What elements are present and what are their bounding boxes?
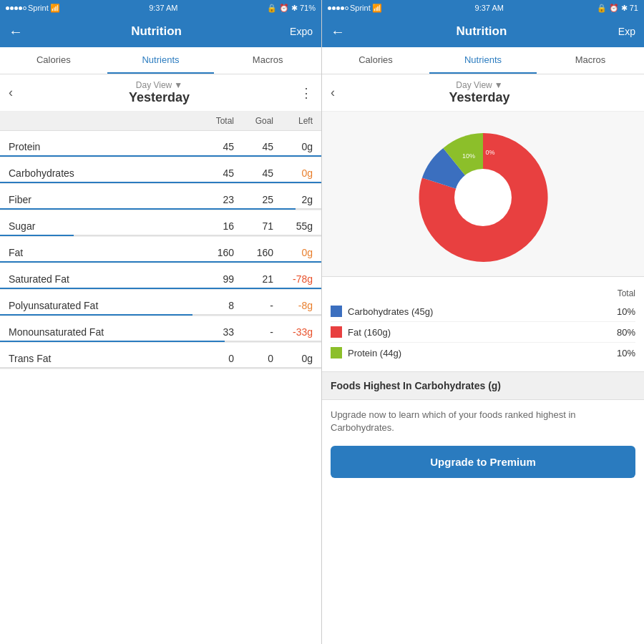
- battery-label: 71%: [300, 4, 316, 12]
- rdot3: [336, 6, 340, 10]
- left-tab-macros[interactable]: Macros: [214, 47, 321, 74]
- dot5: [23, 6, 26, 10]
- row-left-1: 0g: [273, 167, 313, 179]
- right-signal-dots: [328, 6, 348, 10]
- row-label-8: Trans Fat: [9, 353, 195, 364]
- row-goal-6: -: [234, 300, 273, 311]
- right-tab-macros[interactable]: Macros: [537, 47, 644, 74]
- progress-bar-container-5: [0, 288, 321, 289]
- row-label-1: Carbohydrates: [9, 167, 195, 179]
- fat-pct-label: 80%: [485, 204, 502, 214]
- alarm-icon: ⏰: [279, 4, 289, 13]
- right-tab-nutrients[interactable]: Nutrients: [429, 47, 537, 74]
- left-dots-menu[interactable]: ⋮: [300, 85, 313, 101]
- row-goal-0: 45: [234, 141, 273, 152]
- rdot1: [328, 6, 331, 10]
- left-tab-nutrients[interactable]: Nutrients: [107, 47, 215, 74]
- foods-title: Foods Highest In Carbohydrates (g): [331, 380, 501, 391]
- legend-section: Total Carbohydrates (45g) 10% Fat (160g)…: [322, 277, 644, 372]
- right-chevron-left[interactable]: ‹: [331, 85, 335, 100]
- legend-row-fat: Fat (160g) 80%: [331, 322, 635, 343]
- legend-row-protein: Protein (44g) 10%: [331, 343, 635, 363]
- right-export-button[interactable]: Exp: [618, 26, 635, 37]
- right-screen: Sprint 📶 9:37 AM 🔒 ⏰ ✱ 71 ← Nutrition Ex…: [322, 0, 644, 644]
- left-table-rows: Protein 45 45 0g Carbohydrates 45 45 0g …: [0, 131, 321, 369]
- row-left-6: -8g: [273, 300, 313, 311]
- right-tab-calories[interactable]: Calories: [322, 47, 429, 74]
- progress-bar-5: [0, 288, 321, 289]
- pie-chart-section: 10% 0% 80%: [322, 112, 644, 277]
- row-label-5: Saturated Fat: [9, 273, 195, 285]
- row-label-2: Fiber: [9, 194, 195, 205]
- row-total-6: 8: [195, 300, 234, 311]
- signal-dots: [6, 6, 26, 10]
- row-total-0: 45: [195, 141, 234, 152]
- row-total-3: 16: [195, 220, 234, 232]
- row-left-5: -78g: [273, 273, 313, 285]
- right-alarm-icon: ⏰: [609, 4, 619, 13]
- dropdown-icon: ▼: [174, 80, 182, 90]
- dot4: [19, 6, 22, 10]
- right-lock-icon: 🔒: [597, 4, 607, 13]
- wifi-icon: 📶: [50, 4, 60, 13]
- table-row: Trans Fat 0 0 0g: [0, 343, 321, 369]
- row-left-8: 0g: [273, 353, 313, 364]
- left-screen: Sprint 📶 9:37 AM 🔒 ⏰ ✱ 71% ← Nutrition E…: [0, 0, 322, 644]
- protein-color-swatch: [331, 347, 342, 358]
- progress-bar-0: [0, 155, 321, 157]
- row-total-7: 33: [195, 326, 234, 338]
- row-total-8: 0: [195, 353, 234, 364]
- col-label-header: [9, 116, 195, 126]
- protein-legend-label: Protein (44g): [348, 348, 592, 358]
- progress-bar-container-3: [0, 235, 321, 236]
- carb-color-swatch: [331, 306, 342, 317]
- left-nav-title: Nutrition: [131, 24, 182, 39]
- row-label-7: Monounsaturated Fat: [9, 326, 195, 338]
- right-nav-bar: ← Nutrition Exp: [322, 16, 644, 47]
- left-day-view-bar: ‹ Day View ▼ Yesterday ⋮: [0, 74, 321, 112]
- table-row: Carbohydrates 45 45 0g: [0, 157, 321, 184]
- table-row: Protein 45 45 0g: [0, 131, 321, 157]
- right-nav-title: Nutrition: [457, 24, 507, 39]
- row-goal-2: 25: [234, 194, 273, 205]
- progress-bar-container-8: [0, 367, 321, 369]
- row-label-0: Protein: [9, 141, 195, 152]
- left-day-info: Day View ▼ Yesterday: [19, 80, 300, 105]
- left-export-button[interactable]: Expo: [290, 26, 313, 37]
- row-goal-5: 21: [234, 273, 273, 285]
- row-total-2: 23: [195, 194, 234, 205]
- progress-bar-container-4: [0, 261, 321, 263]
- progress-bar-container-6: [0, 314, 321, 316]
- row-left-3: 55g: [273, 220, 313, 232]
- row-goal-7: -: [234, 326, 273, 338]
- left-table: Total Goal Left Protein 45 45 0g Carbohy…: [0, 112, 321, 644]
- dot2: [10, 6, 14, 10]
- time-label: 9:37 AM: [149, 4, 177, 12]
- left-tab-calories[interactable]: Calories: [0, 47, 107, 74]
- progress-bar-container-7: [0, 341, 321, 342]
- col-goal-header: Goal: [234, 116, 273, 126]
- left-chevron-left[interactable]: ‹: [9, 85, 13, 100]
- right-day-view-label: Day View ▼: [456, 80, 502, 90]
- row-total-1: 45: [195, 167, 234, 179]
- progress-bar-7: [0, 341, 225, 342]
- row-goal-3: 71: [234, 220, 273, 232]
- pie-chart: 10% 0% 80%: [411, 126, 555, 269]
- donut-hole: [454, 169, 512, 226]
- dot1: [6, 6, 9, 10]
- protein-pct: 10%: [592, 348, 635, 358]
- progress-bar-4: [0, 261, 321, 263]
- foods-body: Upgrade now to learn which of your foods…: [322, 400, 644, 487]
- right-back-button[interactable]: ←: [331, 24, 345, 40]
- right-tabs: Calories Nutrients Macros: [322, 47, 644, 74]
- upgrade-button[interactable]: Upgrade to Premium: [331, 446, 635, 478]
- left-tabs: Calories Nutrients Macros: [0, 47, 321, 74]
- legend-row-carb: Carbohydrates (45g) 10%: [331, 301, 635, 322]
- left-back-button[interactable]: ←: [9, 24, 23, 40]
- col-total-header: Total: [195, 116, 234, 126]
- row-left-7: -33g: [273, 326, 313, 338]
- right-day-info: Day View ▼ Yesterday: [341, 80, 618, 105]
- legend-header-row: Total: [331, 286, 635, 301]
- foods-description: Upgrade now to learn which of your foods…: [331, 409, 635, 434]
- table-row: Monounsaturated Fat 33 - -33g: [0, 316, 321, 343]
